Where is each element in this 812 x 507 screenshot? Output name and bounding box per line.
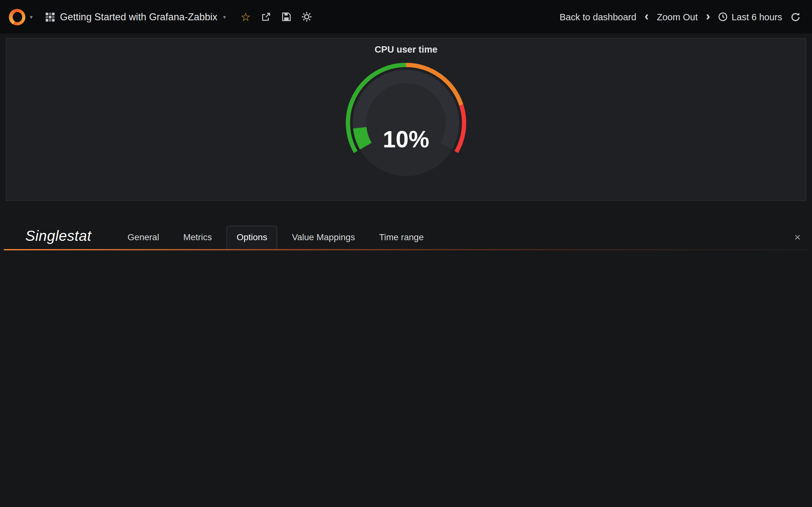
zoom-out-button[interactable]: Zoom Out (657, 12, 698, 22)
editor-tabs: General Metrics Options Value Mappings T… (118, 226, 433, 249)
singlestat-panel: CPU user time 10% (6, 38, 806, 201)
clock-icon (718, 12, 728, 21)
star-favorite-icon[interactable]: ☆ (236, 7, 255, 26)
dashboard-title: Getting Started with Grafana-Zabbix (60, 11, 217, 22)
panel-editor: Singlestat General Metrics Options Value… (0, 226, 812, 253)
tab-general[interactable]: General (118, 226, 169, 249)
options-tab-content: Big value Prefix Value avg ▴▾ Postfix Fo… (0, 250, 812, 253)
gauge-container: 10% (6, 56, 806, 190)
tab-time-range[interactable]: Time range (369, 226, 433, 249)
navbar-right: Back to dashboard ‹ Zoom Out › Last 6 ho… (560, 12, 812, 22)
tab-metrics[interactable]: Metrics (174, 226, 221, 249)
dashboard-grid-icon (45, 12, 54, 21)
editor-header: Singlestat General Metrics Options Value… (0, 226, 812, 249)
gauge-value-text: 10% (383, 126, 429, 153)
panel-type-label: Singlestat (26, 228, 91, 245)
chevron-down-icon: ▾ (30, 14, 33, 20)
grafana-app: ▾ Getting Started with Grafana-Zabbix ▾ … (0, 0, 812, 253)
tab-options[interactable]: Options (226, 226, 277, 249)
time-shift-forward-chevron[interactable]: › (706, 10, 710, 22)
close-editor-icon[interactable]: × (794, 231, 809, 249)
navbar-actions: ☆ (236, 7, 316, 26)
settings-gear-icon[interactable] (297, 7, 316, 26)
time-shift-back-chevron[interactable]: ‹ (645, 10, 649, 22)
refresh-icon[interactable] (791, 12, 801, 22)
grafana-main-menu[interactable]: ▾ (0, 0, 39, 34)
time-range-label: Last 6 hours (731, 12, 782, 22)
save-icon[interactable] (276, 7, 296, 26)
panel-title[interactable]: CPU user time (6, 39, 806, 55)
dashboard-picker[interactable]: Getting Started with Grafana-Zabbix ▾ (39, 0, 236, 34)
gauge-value-arc (360, 128, 366, 146)
grafana-logo-icon (9, 9, 26, 25)
back-to-dashboard-link[interactable]: Back to dashboard (560, 12, 636, 22)
navbar: ▾ Getting Started with Grafana-Zabbix ▾ … (0, 0, 812, 34)
cpu-gauge: 10% (312, 56, 500, 190)
tab-value-mappings[interactable]: Value Mappings (282, 226, 364, 249)
time-range-picker[interactable]: Last 6 hours (718, 12, 782, 22)
chevron-down-icon: ▾ (223, 14, 226, 20)
share-icon[interactable] (256, 7, 275, 26)
